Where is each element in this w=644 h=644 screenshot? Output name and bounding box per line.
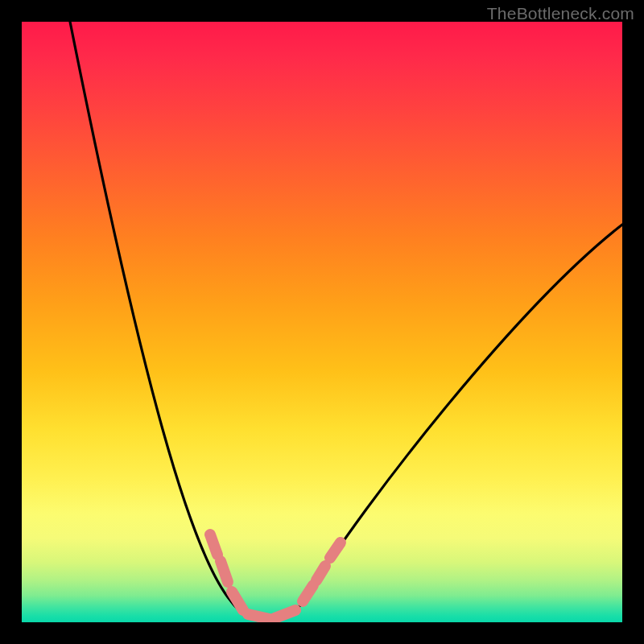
- plot-area: [22, 22, 622, 622]
- knot-segment: [210, 535, 217, 555]
- watermark-text: TheBottleneck.com: [487, 4, 634, 23]
- knot-segment: [330, 543, 341, 558]
- knot-segment: [275, 610, 295, 618]
- knot-segment: [303, 585, 313, 601]
- knot-group: [210, 535, 341, 619]
- knot-segment: [248, 614, 270, 619]
- knot-segment: [221, 561, 228, 582]
- knot-segment: [316, 566, 325, 580]
- curve-knots: [22, 22, 622, 622]
- knot-segment: [232, 592, 243, 610]
